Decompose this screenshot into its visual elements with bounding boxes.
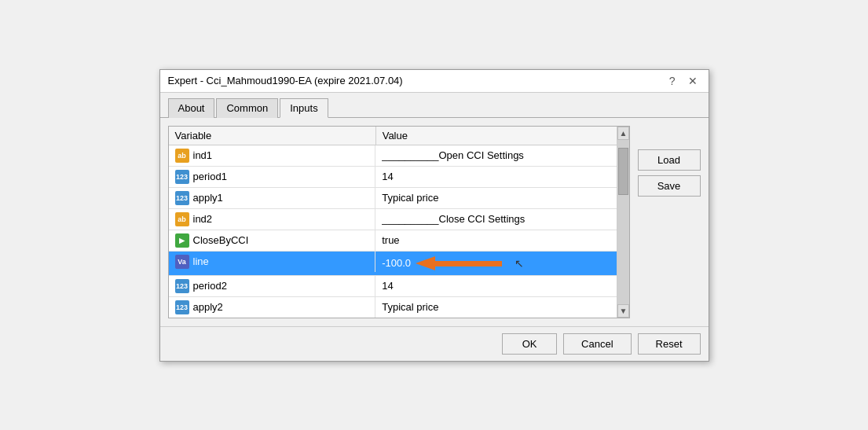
variable-name: ind2 — [193, 213, 213, 225]
variable-icon: 123 — [175, 300, 189, 314]
table-row[interactable]: 123period214 — [169, 275, 629, 296]
load-button[interactable]: Load — [638, 149, 701, 171]
tabs-bar: About Common Inputs — [160, 93, 709, 118]
title-bar-controls: ? ✕ — [666, 75, 701, 87]
content-area: Variable Value abind1__________Open CCI … — [160, 118, 709, 326]
cell-value: __________Open CCI Settings — [375, 145, 628, 166]
variable-icon: 123 — [175, 279, 189, 293]
window-title: Expert - Cci_Mahmoud1990-EA (expire 2021… — [168, 75, 403, 86]
cell-variable: 123period2 — [169, 276, 376, 296]
cell-value: Typical price — [375, 296, 628, 318]
cell-variable: 123apply1 — [169, 188, 376, 208]
tab-about[interactable]: About — [168, 98, 215, 118]
variable-name: period1 — [193, 171, 227, 182]
cell-value: __________Close CCI Settings — [375, 208, 628, 230]
variable-icon: ab — [175, 149, 189, 163]
expert-dialog: Expert - Cci_Mahmoud1990-EA (expire 2021… — [159, 69, 709, 362]
title-bar: Expert - Cci_Mahmoud1990-EA (expire 2021… — [160, 70, 709, 93]
table-row[interactable]: Valine-100.0↖ — [169, 251, 629, 275]
variable-icon: 123 — [175, 170, 189, 184]
cancel-button[interactable]: Cancel — [563, 333, 631, 355]
inputs-table: Variable Value abind1__________Open CCI … — [169, 127, 629, 318]
scrollbar[interactable]: ▲ ▼ — [617, 127, 629, 318]
cell-value: -100.0↖ — [375, 251, 628, 275]
scrollbar-thumb[interactable] — [618, 148, 628, 195]
bottom-bar: OK Cancel Reset — [160, 326, 709, 361]
tab-inputs[interactable]: Inputs — [280, 98, 328, 118]
svg-rect-0 — [435, 261, 502, 266]
selected-value: -100.0 — [382, 257, 411, 269]
variable-name: apply1 — [193, 192, 223, 204]
table-row[interactable]: 123apply2Typical price — [169, 296, 629, 318]
variable-icon: Va — [175, 255, 189, 269]
arrow-icon — [416, 255, 510, 272]
cell-value: 14 — [375, 166, 628, 187]
cell-value: 14 — [375, 275, 628, 296]
inputs-table-container: Variable Value abind1__________Open CCI … — [168, 126, 630, 318]
scroll-down-arrow[interactable]: ▼ — [617, 304, 629, 318]
variable-name: period2 — [193, 280, 227, 292]
reset-button[interactable]: Reset — [638, 333, 701, 355]
variable-icon: ab — [175, 212, 189, 226]
cell-value: true — [375, 230, 628, 251]
variable-name: apply2 — [193, 301, 223, 313]
cell-variable: ▶CloseByCCI — [169, 230, 376, 251]
mouse-cursor-icon: ↖ — [515, 257, 524, 270]
ok-button[interactable]: OK — [502, 333, 557, 355]
cell-variable: 123apply2 — [169, 297, 376, 318]
cell-value: Typical price — [375, 187, 628, 208]
scroll-up-arrow[interactable]: ▲ — [617, 127, 629, 140]
svg-marker-1 — [416, 256, 435, 270]
cell-variable: abind1 — [169, 145, 376, 166]
side-buttons: Load Save — [638, 126, 701, 318]
variable-icon: 123 — [175, 191, 189, 205]
variable-icon: ▶ — [175, 233, 189, 248]
help-button[interactable]: ? — [666, 75, 679, 87]
cell-variable: abind2 — [169, 209, 376, 230]
save-button[interactable]: Save — [638, 175, 701, 197]
table-row[interactable]: abind1__________Open CCI Settings — [169, 145, 629, 166]
cell-variable: Valine — [169, 252, 376, 272]
col-value: Value — [375, 127, 628, 145]
col-variable: Variable — [169, 127, 376, 145]
scrollbar-track[interactable] — [617, 140, 629, 304]
cell-variable: 123period1 — [169, 167, 376, 187]
table-row[interactable]: ▶CloseByCCItrue — [169, 230, 629, 251]
table-row[interactable]: 123period114 — [169, 166, 629, 187]
variable-name: CloseByCCI — [193, 234, 249, 246]
tab-common[interactable]: Common — [216, 98, 278, 118]
variable-name: ind1 — [193, 149, 213, 161]
variable-name: line — [193, 255, 209, 267]
table-row[interactable]: 123apply1Typical price — [169, 187, 629, 208]
close-button[interactable]: ✕ — [685, 75, 701, 87]
table-row[interactable]: abind2__________Close CCI Settings — [169, 208, 629, 230]
